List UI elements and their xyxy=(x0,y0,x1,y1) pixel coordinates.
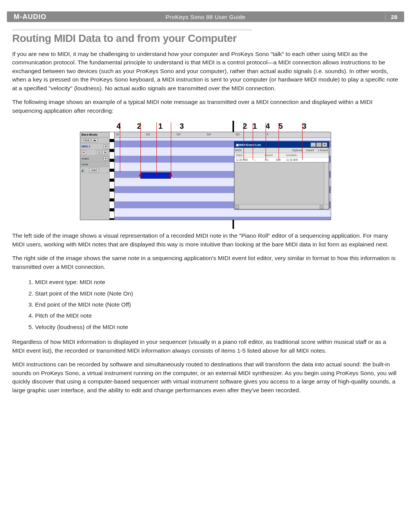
eventlist-titlebar[interactable]: ▣ MIDI Event List _ □ × xyxy=(234,142,329,148)
minimize-button[interactable]: _ xyxy=(311,142,316,147)
eventlist-menubar: MIDI Options Insert 1 Event xyxy=(234,148,329,153)
solo-button[interactable]: S xyxy=(97,150,102,155)
vertical-scrollbar[interactable] xyxy=(324,163,329,204)
horizontal-scrollbar[interactable] xyxy=(234,204,329,209)
notes-label: notes xyxy=(81,157,89,160)
paragraph-6: MIDI instructions can be recorded by sof… xyxy=(12,360,399,395)
paragraph-3: The left side of the image shows a visua… xyxy=(12,232,399,249)
eventlist-title: MIDI Event List xyxy=(239,143,261,147)
midi-items-list: MIDI event type: MIDI note Start point o… xyxy=(35,276,399,332)
col-event: Event xyxy=(265,153,276,157)
automation-icon[interactable]: ◭ xyxy=(81,168,84,172)
col-endinfo: end/info xyxy=(286,153,306,157)
cline-3 xyxy=(171,122,171,176)
mute-button[interactable]: M xyxy=(102,150,108,155)
menu-count: 1 Event xyxy=(318,149,328,152)
track-sidebar: Bars:Beats Click ◂▸ MIDI 1 ▾ R S M notes… xyxy=(80,132,110,220)
diagram-body: Bars:Beats Click ◂▸ MIDI 1 ▾ R S M notes… xyxy=(80,132,331,220)
midi-diagram: 4 2 1 3 2 1 4 5 3 Bars:Beats Click ◂▸ MI… xyxy=(80,122,331,220)
ruler-1-3: 1|3 xyxy=(176,133,180,136)
eventlist-doc-icon: ▣ xyxy=(236,143,239,147)
ruler-2-1: 2|1 xyxy=(236,133,240,136)
eventlist-row[interactable]: 1| 2| 000 ↓ C1 106 1| 3| 000 xyxy=(234,158,329,162)
callout-right-3: 3 xyxy=(302,122,306,131)
rcline-5 xyxy=(279,123,279,160)
callout-right-4: 4 xyxy=(266,122,270,131)
record-button[interactable]: R xyxy=(81,150,86,155)
midi-note[interactable] xyxy=(140,173,171,179)
eventlist-columns: Start Event end/info xyxy=(234,153,329,158)
timeline-ruler[interactable]: 1|1 1|2 1|3 1|4 2|1 2 xyxy=(115,132,331,138)
section-title: Routing MIDI Data to and from your Compu… xyxy=(12,32,399,45)
paragraph-5: Regardless of how MIDI information is di… xyxy=(12,338,399,355)
paragraph-4: The right side of the image shows the sa… xyxy=(12,254,399,271)
close-button[interactable]: × xyxy=(322,142,327,147)
cell-note: C1 xyxy=(265,158,276,161)
cell-vel: 106 xyxy=(276,158,286,161)
page-content: Routing MIDI Data to and from your Compu… xyxy=(0,22,411,415)
callout-left-3: 3 xyxy=(180,122,184,131)
rcline-3 xyxy=(302,123,303,160)
none-label: none xyxy=(81,163,88,166)
notes-menu-icon[interactable]: ▾ xyxy=(104,157,108,161)
list-item: End point of the MIDI note (Note Off) xyxy=(35,299,399,310)
intro-paragraph-1: If you are new to MIDI, it may be challe… xyxy=(12,50,399,93)
piano-keys-strip xyxy=(110,132,115,220)
callout-row: 4 2 1 3 2 1 4 5 3 xyxy=(80,122,331,132)
rcline-1 xyxy=(253,123,253,160)
list-item: Velocity (loudness) of the MIDI note xyxy=(35,321,399,332)
brand-logo: M-AUDIO xyxy=(14,13,46,21)
ruler-1-2: 1|2 xyxy=(146,133,150,136)
page-header: M-AUDIO ProKeys Sono 88 User Guide 28 xyxy=(7,11,404,22)
cell-start: 1| 2| 000 xyxy=(236,158,254,161)
ruler-2: 2 xyxy=(267,133,268,136)
rcline-4 xyxy=(266,123,266,160)
ruler-1-4: 1|4 xyxy=(207,133,211,136)
maximize-button[interactable]: □ xyxy=(316,142,322,147)
list-item: MIDI event type: MIDI note xyxy=(35,276,399,288)
callout-left-1: 1 xyxy=(158,122,162,131)
cline-1 xyxy=(156,122,157,175)
midi-event-list-window[interactable]: ▣ MIDI Event List _ □ × MIDI Options Ins… xyxy=(234,141,329,209)
click-button[interactable]: Click xyxy=(81,138,91,142)
doc-title: ProKeys Sono 88 User Guide xyxy=(166,14,245,20)
read-button[interactable]: read xyxy=(89,168,99,172)
cell-end: 1| 3| 000 xyxy=(286,158,306,161)
cline-2 xyxy=(140,122,141,176)
callout-right-5: 5 xyxy=(279,122,283,131)
menu-options[interactable]: Options xyxy=(292,149,303,152)
tempo-stepper[interactable]: ◂▸ xyxy=(92,138,98,142)
intro-paragraph-2: The following image shows an example of … xyxy=(12,98,399,115)
list-item: Pitch of the MIDI note xyxy=(35,310,399,321)
ruler-1-1: 1|1 xyxy=(115,133,119,136)
menu-midi[interactable]: MIDI xyxy=(235,149,242,152)
callout-right-1: 1 xyxy=(253,122,257,131)
cline-4 xyxy=(120,122,120,173)
menu-insert[interactable]: Insert xyxy=(306,149,314,152)
sidebar-bars-beats: Bars:Beats xyxy=(80,132,109,137)
eventlist-body xyxy=(234,162,329,209)
rcline-2 xyxy=(244,123,244,160)
track-menu-button[interactable]: ▾ xyxy=(104,144,108,149)
cell-flag: ↓ xyxy=(254,158,265,161)
list-item: Start point of the MIDI note (Note On) xyxy=(35,288,399,299)
section-divider xyxy=(12,30,252,30)
col-start: Start xyxy=(236,153,254,157)
track-name[interactable]: MIDI 1 xyxy=(81,145,91,148)
page-number: 28 xyxy=(385,14,397,20)
